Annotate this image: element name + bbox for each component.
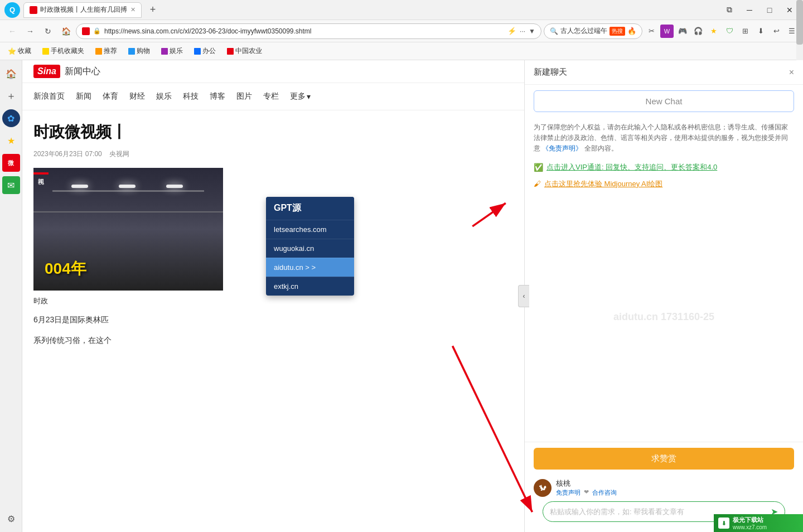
forward-button[interactable]: → [22, 23, 38, 39]
midjourney-icon: 🖌 [534, 180, 541, 188]
notice-link[interactable]: 《免责声明》 [542, 144, 582, 152]
gpt-item-1[interactable]: wuguokai.cn [266, 239, 354, 258]
nav-icons: ✂ W 🎮 🎧 ★ 🛡 ⊞ ⬇ ↩ ☰ [645, 25, 799, 38]
vip-text: 点击进入VIP通道: 回复快、支持追问、更长答案和4.0 [546, 162, 717, 172]
nav-column[interactable]: 专栏 [263, 91, 279, 101]
lock-icon: 🔒 [93, 27, 101, 35]
bookmark-entertainment[interactable]: 娱乐 [158, 45, 186, 57]
browser-content: 🏠 ＋ ✿ ★ 微 ✉ ⚙ Sina 新闻中心 国内新闻>正文 [0, 60, 803, 532]
headset-icon[interactable]: 🎧 [691, 25, 705, 38]
article-text: 6月23日是国际奥林匹 [33, 313, 513, 327]
nav-bar: ← → ↻ 🏠 🔒 https://news.sina.com.cn/c/xl/… [0, 20, 803, 42]
scissors-icon[interactable]: ✂ [645, 25, 658, 38]
folder-icon [42, 48, 49, 55]
nav-tech[interactable]: 科技 [183, 91, 199, 101]
nav-news[interactable]: 新闻 [76, 91, 91, 101]
hot-icon: 🔥 [627, 27, 636, 35]
game-icon[interactable]: 🎮 [676, 25, 689, 38]
collapse-button[interactable]: ‹ [518, 285, 529, 307]
disclaimer-link[interactable]: 免责声明 [556, 489, 581, 497]
home-button[interactable]: 🏠 [58, 23, 74, 39]
qq-icon[interactable]: Q [4, 2, 20, 18]
bookmark-star[interactable]: ⭐ 收藏 [4, 45, 35, 57]
sidebar-mail-icon[interactable]: ✉ [2, 176, 20, 194]
apps-icon[interactable]: ⊞ [738, 25, 752, 38]
nav-more-chevron: ▾ [307, 92, 311, 101]
vip-link[interactable]: ✅ 点击进入VIP通道: 回复快、支持追问、更长答案和4.0 [525, 159, 803, 176]
nav-finance[interactable]: 财经 [129, 91, 145, 101]
download-site-info: 极光下载站 www.xz7.com [733, 516, 767, 530]
folder-icon-5 [194, 48, 201, 55]
article-meta: 2023年06月23日 07:00 央视网 [33, 149, 513, 159]
back-button[interactable]: ← [4, 23, 20, 39]
checkmark-icon: ✅ [534, 163, 543, 172]
bookmark-recommend-label: 推荐 [104, 46, 117, 56]
gpt-item-3[interactable]: extkj.cn [266, 277, 354, 296]
new-tab-button[interactable]: + [145, 2, 161, 18]
new-chat-button[interactable]: New Chat [534, 90, 794, 112]
bookmark-office-label: 办公 [202, 46, 216, 56]
address-bar[interactable]: 🔒 https://news.sina.com.cn/c/xl/2023-06-… [76, 23, 541, 39]
window-controls: ⧉ ─ □ ✕ [720, 2, 799, 18]
bookmark-entertainment-label: 娱乐 [170, 46, 183, 56]
download-icon[interactable]: ⬇ [754, 25, 767, 38]
sina-center-text: 新闻中心 [65, 66, 100, 78]
nav-photo[interactable]: 图片 [236, 91, 252, 101]
video-label: 视闻 [33, 172, 49, 175]
nav-more-label: 更多 [290, 91, 306, 101]
sidebar-star-icon[interactable]: ★ [2, 132, 20, 149]
search-box[interactable]: 🔍 古人怎么过端午 热搜 🔥 [544, 23, 642, 39]
maximize-button[interactable]: □ [761, 2, 778, 18]
more-icon[interactable]: ··· [520, 27, 525, 35]
nav-home[interactable]: 新浪首页 [33, 91, 65, 101]
bookmark-mobile[interactable]: 手机收藏夹 [39, 45, 88, 57]
search-icon: 🔍 [550, 27, 558, 35]
download-site-name: 极光下载站 [733, 516, 767, 524]
sidebar-weibo-icon[interactable]: 微 [2, 154, 20, 172]
donate-button[interactable]: 求赞赏 [534, 448, 794, 470]
dropdown-icon[interactable]: ▼ [529, 27, 535, 35]
notice-text: 为了保障您的个人权益，请勿在此输入个人隐私或各种机密信息；诱导生成、传播国家法律… [525, 118, 803, 159]
undo-icon[interactable]: ↩ [770, 25, 783, 38]
nav-sports[interactable]: 体育 [103, 91, 118, 101]
tab-close-icon[interactable]: ✕ [130, 6, 136, 13]
bookmark-agriculture-label: 中国农业 [235, 46, 262, 56]
bookmark-shop[interactable]: 购物 [125, 45, 153, 57]
sidebar-home-icon[interactable]: 🏠 [2, 65, 20, 83]
bookmark-recommend[interactable]: 推荐 [92, 45, 120, 57]
user-sub: 免责声明 ❤ 合作咨询 [556, 489, 617, 497]
bookmark-label: 收藏 [18, 46, 31, 56]
sidebar-green-icon[interactable]: ✿ [2, 109, 20, 127]
star-icon[interactable]: ★ [707, 25, 720, 38]
folder-icon-2 [95, 48, 102, 55]
bookmarks-bar: ⭐ 收藏 手机收藏夹 推荐 购物 娱乐 办公 中国农业 [0, 42, 803, 60]
minimize-button[interactable]: ─ [741, 2, 758, 18]
nav-blog[interactable]: 博客 [210, 91, 225, 101]
nav-entertainment[interactable]: 娱乐 [156, 91, 172, 101]
shield-icon[interactable]: 🛡 [723, 25, 736, 38]
bookmark-agriculture[interactable]: 中国农业 [224, 45, 265, 57]
sidebar-add-icon[interactable]: ＋ [2, 87, 20, 105]
bookmark-office[interactable]: 办公 [191, 45, 219, 57]
gpt-item-2[interactable]: aidutu.cn > [266, 258, 354, 277]
extension-icon[interactable]: W [660, 25, 674, 38]
pip-button[interactable]: ⧉ [720, 2, 738, 18]
midjourney-text: 点击这里抢先体验 Midjourney AI绘图 [544, 179, 662, 189]
download-bar[interactable]: ⬇ 极光下载站 www.xz7.com [714, 514, 803, 532]
midjourney-link[interactable]: 🖌 点击这里抢先体验 Midjourney AI绘图 [525, 176, 803, 192]
refresh-button[interactable]: ↻ [40, 23, 56, 39]
active-tab[interactable]: 时政微视频丨人生能有几回搏 ✕ [23, 2, 142, 18]
nav-more[interactable]: 更多 ▾ [290, 91, 311, 101]
sidebar-settings-icon[interactable]: ⚙ [2, 510, 20, 528]
folder-icon-4 [161, 48, 168, 55]
chat-panel-close-icon[interactable]: × [789, 67, 794, 78]
notice-end: 全部内容。 [584, 144, 618, 152]
partner-link[interactable]: 合作咨询 [592, 489, 617, 497]
article-video[interactable]: 视闻 004年 [33, 168, 223, 291]
user-name: 核桃 [556, 478, 617, 489]
heart-icon: ❤ [584, 489, 589, 497]
gpt-item-0[interactable]: letsearches.com [266, 220, 354, 239]
title-bar-left: Q 时政微视频丨人生能有几回搏 ✕ + [4, 2, 161, 18]
video-numbers: 004年 [45, 253, 86, 279]
article-caption: 时政 [33, 296, 513, 306]
